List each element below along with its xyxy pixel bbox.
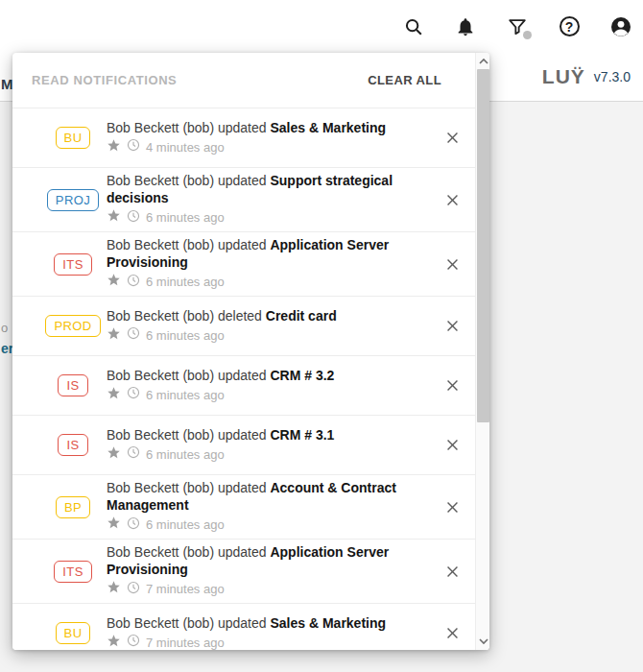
notification-time: 6 minutes ago [146,274,225,291]
dismiss-notification-button[interactable] [440,494,464,519]
badge-column: BU [47,127,99,149]
scroll-down-icon[interactable] [476,634,489,649]
notifications-list: BU Bob Beckett (bob) updated Sales & Mar… [12,108,489,650]
scrollbar-thumb[interactable] [477,69,489,422]
clear-all-button[interactable]: CLEAR ALL [368,73,441,87]
notification-body: Bob Beckett (bob) updated Application Se… [107,236,432,292]
notification-time: 6 minutes ago [146,446,225,464]
close-icon [444,318,461,334]
notification-item[interactable]: PROJ Bob Beckett (bob) updated Support s… [12,168,489,232]
notification-meta: 6 minutes ago [107,326,432,346]
star-icon [107,273,121,292]
notification-title: Bob Beckett (bob) updated Account & Cont… [107,479,432,514]
notification-item[interactable]: BU Bob Beckett (bob) updated Sales & Mar… [12,108,489,168]
notification-time: 6 minutes ago [146,327,225,345]
badge-column: ITS [47,253,99,276]
star-icon [107,580,121,599]
notification-subject: Sales & Marketing [270,615,386,631]
notification-body: Bob Beckett (bob) deleted Credit card [107,307,432,346]
notification-item[interactable]: BP Bob Beckett (bob) updated Account & C… [12,475,489,540]
notification-time: 6 minutes ago [146,387,225,404]
filter-status-dot [523,31,532,39]
close-icon [444,499,461,516]
notification-title: Bob Beckett (bob) updated Sales & Market… [107,119,432,136]
badge-column: PROJ [47,189,99,211]
panel-title: READ NOTIFICATIONS [32,73,177,87]
dismiss-notification-button[interactable] [440,621,464,646]
notification-item[interactable]: PROD Bob Beckett (bob) deleted Credit ca… [12,297,489,356]
notification-body: Bob Beckett (bob) updated Sales & Market… [107,614,432,651]
notification-time: 7 minutes ago [146,635,225,651]
close-icon [444,256,461,273]
panel-scrollbar[interactable] [475,53,489,650]
dismiss-notification-button[interactable] [440,433,464,458]
notification-lead: Bob Beckett (bob) updated [107,173,267,188]
notification-body: Bob Beckett (bob) updated Support strate… [107,172,432,228]
clock-icon [127,326,140,345]
notification-meta: 4 minutes ago [107,138,432,157]
notification-title: Bob Beckett (bob) updated Application Se… [107,543,432,578]
scroll-up-icon[interactable] [476,54,489,69]
notification-lead: Bob Beckett (bob) updated [107,615,267,631]
dismiss-notification-button[interactable] [440,314,464,339]
type-badge: ITS [54,561,91,583]
notification-title: Bob Beckett (bob) deleted Credit card [107,307,432,324]
type-badge: IS [58,434,87,456]
clock-icon [127,445,140,464]
star-icon [107,634,121,651]
notifications-bell-icon[interactable] [454,15,477,38]
notification-title: Bob Beckett (bob) updated CRM # 3.2 [107,367,432,384]
notification-meta: 6 minutes ago [107,208,432,228]
notification-lead: Bob Beckett (bob) updated [107,480,267,495]
star-icon [107,445,121,465]
account-icon[interactable] [609,15,632,38]
notification-meta: 7 minutes ago [107,634,432,651]
badge-column: IS [47,434,99,456]
dismiss-notification-button[interactable] [440,559,464,584]
notification-item[interactable]: ITS Bob Beckett (bob) updated Applicatio… [12,232,489,297]
badge-column: ITS [47,561,99,583]
notification-lead: Bob Beckett (bob) updated [107,120,267,135]
type-badge: BP [56,496,90,518]
close-icon [444,437,461,453]
notification-lead: Bob Beckett (bob) updated [107,237,267,252]
dismiss-notification-button[interactable] [440,252,464,276]
notification-body: Bob Beckett (bob) updated Application Se… [107,543,432,599]
notification-meta: 6 minutes ago [107,516,432,535]
dismiss-notification-button[interactable] [440,373,464,398]
clock-icon [127,138,140,156]
notification-title: Bob Beckett (bob) updated Sales & Market… [107,614,432,632]
notifications-panel-header: READ NOTIFICATIONS CLEAR ALL [12,53,489,108]
type-badge: BU [56,127,91,149]
clock-icon [127,274,140,292]
notification-lead: Bob Beckett (bob) updated [107,544,267,560]
filter-funnel-icon[interactable] [506,15,529,38]
notification-item[interactable]: BU Bob Beckett (bob) updated Sales & Mar… [12,604,489,650]
star-icon [107,208,121,228]
luy-logo: LUŸ [542,65,585,88]
badge-column: PROD [47,315,99,337]
notification-body: Bob Beckett (bob) updated CRM # 3.2 [107,367,432,405]
notification-lead: Bob Beckett (bob) deleted [107,308,262,324]
search-icon[interactable] [402,15,425,38]
notification-title: Bob Beckett (bob) updated Application Se… [107,236,432,271]
notification-time: 6 minutes ago [146,516,225,534]
notifications-panel: READ NOTIFICATIONS CLEAR ALL BU Bob Beck… [12,53,489,650]
clock-icon [127,516,140,535]
notification-item[interactable]: IS Bob Beckett (bob) updated CRM # 3.1 [12,416,489,475]
clock-icon [127,209,140,228]
notification-title: Bob Beckett (bob) updated CRM # 3.1 [107,426,432,444]
type-badge: IS [58,374,87,396]
notification-subject: CRM # 3.1 [270,427,334,443]
notification-item[interactable]: IS Bob Beckett (bob) updated CRM # 3.2 [12,356,489,416]
notification-time: 4 minutes ago [146,139,225,156]
notification-title: Bob Beckett (bob) updated Support strate… [107,172,432,206]
dismiss-notification-button[interactable] [440,187,464,212]
dismiss-notification-button[interactable] [440,126,464,151]
notification-meta: 6 minutes ago [107,445,432,465]
star-icon [107,138,121,157]
help-glyph: ? [560,16,580,36]
clock-icon [127,634,140,650]
notification-item[interactable]: ITS Bob Beckett (bob) updated Applicatio… [12,540,489,604]
help-icon[interactable]: ? [558,15,581,38]
